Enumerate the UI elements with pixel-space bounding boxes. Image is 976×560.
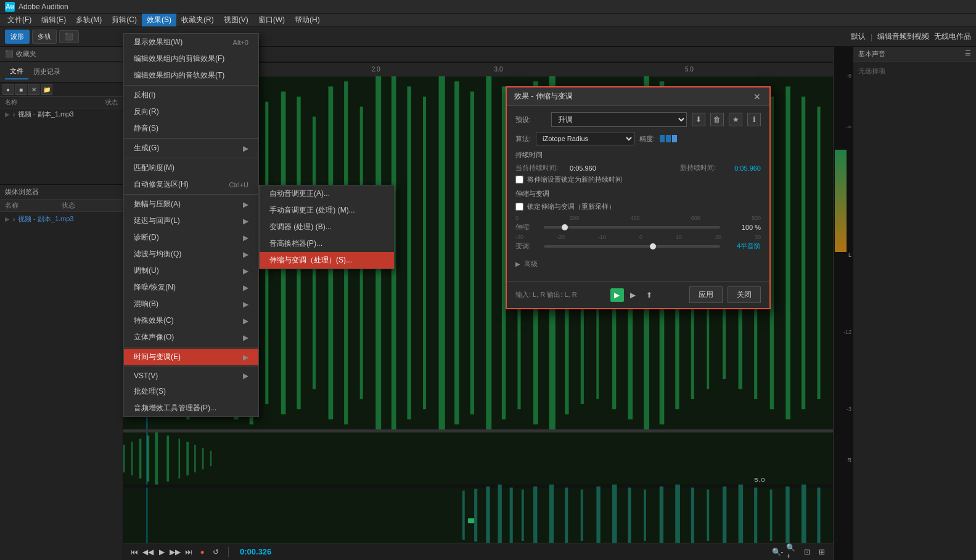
vu-scale-area: -6 -∞ -12 -3 L R	[834, 47, 853, 560]
submenu-manual-pitch[interactable]: 手动音调更正 (处理) (M)...	[260, 202, 394, 219]
menu-view[interactable]: 视图(V)	[219, 14, 253, 26]
dropdown-silence[interactable]: 静音(S)	[124, 120, 258, 137]
play-pause-btn[interactable]: ▶	[626, 288, 640, 302]
lock-stretch-checkbox[interactable]	[515, 203, 523, 211]
submenu-pitch-shifter[interactable]: 音高换档器(P)...	[260, 235, 394, 252]
stretch-slider-thumb[interactable]	[562, 224, 568, 230]
svg-rect-71	[510, 488, 513, 543]
zoom-sel-btn[interactable]: ⊞	[816, 546, 828, 558]
close-btn[interactable]: 关闭	[728, 286, 761, 303]
svg-rect-79	[628, 488, 631, 543]
waveform-bottom[interactable]: 5.0	[123, 432, 833, 543]
menu-file[interactable]: 文件(F)	[2, 14, 36, 26]
col-status: 状态	[105, 98, 118, 107]
folder-btn[interactable]: 📁	[41, 84, 52, 95]
dropdown-filter[interactable]: 滤波与均衡(Q) ▶	[124, 246, 258, 262]
app-icon: Au	[5, 2, 15, 12]
record-btn[interactable]: ●	[2, 84, 14, 95]
dropdown-vst[interactable]: VST(V) ▶	[124, 368, 258, 383]
algorithm-select[interactable]: iZotope Radius	[536, 132, 634, 145]
record-btn[interactable]: ●	[196, 546, 208, 558]
svg-rect-61	[194, 445, 196, 473]
svg-rect-74	[549, 485, 554, 543]
dropdown-edit-track-effects[interactable]: 编辑效果组内的音轨效果(T)	[124, 67, 258, 84]
svg-rect-62	[202, 448, 204, 469]
multitrack-view-btn[interactable]: 多轨	[32, 30, 57, 44]
duration-section: 持续时间 当前持续时间: 0:05.960 新持续时间: 0:05.960 将伸…	[515, 150, 761, 184]
lock-stretch-row: 锁定伸缩与变调（重新采样）	[515, 202, 761, 211]
preset-star-btn[interactable]: ★	[729, 113, 742, 126]
dropdown-batch[interactable]: 批处理(S)	[124, 383, 258, 400]
dropdown-noise[interactable]: 降噪/恢复(N) ▶	[124, 279, 258, 296]
dropdown-diagnostics[interactable]: 诊断(D) ▶	[124, 229, 258, 246]
dropdown-reverb[interactable]: 混响(B) ▶	[124, 296, 258, 312]
menu-effects[interactable]: 效果(S)	[142, 14, 176, 26]
third-view-btn[interactable]: ⬛	[59, 30, 79, 43]
submenu-pitch-bender[interactable]: 变调器 (处理) (B)...	[260, 219, 394, 235]
dropdown-special[interactable]: 特殊效果(C) ▶	[124, 312, 258, 329]
dropdown-plugin-mgr[interactable]: 音频增效工具管理器(P)...	[124, 400, 258, 416]
apply-btn[interactable]: 应用	[689, 286, 723, 303]
history-tab[interactable]: 历史记录	[28, 65, 65, 79]
transport-controls: ⏮ ◀◀ ▶ ▶▶ ⏭ ● ↺	[128, 546, 222, 558]
pitch-slider-thumb[interactable]	[650, 243, 656, 250]
dropdown-match-loudness[interactable]: 匹配响度(M)	[124, 160, 258, 176]
preset-delete-btn[interactable]: 🗑	[710, 113, 724, 126]
zoom-in-btn[interactable]: 🔍+	[786, 546, 798, 558]
delete-btn[interactable]: ✕	[28, 84, 39, 95]
waveform-view-btn[interactable]: 波形	[5, 30, 30, 44]
menu-multitrack[interactable]: 多轨(M)	[71, 14, 107, 26]
svg-rect-57	[155, 432, 158, 485]
dropdown-stereo[interactable]: 立体声像(O) ▶	[124, 329, 258, 346]
loop-btn[interactable]: ↺	[210, 546, 222, 558]
svg-rect-52	[123, 432, 833, 485]
play-btn[interactable]: ▶	[155, 546, 168, 558]
dropdown-show-effects[interactable]: 显示效果组(W) Alt+0	[124, 34, 258, 51]
dropdown-invert[interactable]: 反相(I)	[124, 87, 258, 103]
preset-info-btn[interactable]: ℹ	[747, 113, 761, 126]
menu-help[interactable]: 帮助(H)	[290, 14, 325, 26]
dropdown-generate[interactable]: 生成(G) ▶	[124, 140, 258, 156]
edit-video-label[interactable]: 编辑音频到视频	[877, 31, 929, 42]
wireless-label[interactable]: 无线电作品	[934, 31, 971, 42]
export-btn[interactable]: ⬆	[642, 288, 656, 302]
advanced-section[interactable]: ▶ 高级	[515, 256, 761, 272]
dropdown-modulation[interactable]: 调制(U) ▶	[124, 262, 258, 279]
dialog-title-bar: 效果 - 伸缩与变调 ✕	[507, 87, 769, 106]
stretch-slider-track[interactable]	[544, 226, 720, 229]
dropdown-delay[interactable]: 延迟与回声(L) ▶	[124, 213, 258, 229]
media-tab[interactable]: 媒体浏览器	[0, 185, 44, 199]
no-selection-label: 无选择项	[853, 62, 976, 81]
svg-rect-59	[179, 439, 181, 479]
stretch-section: 伸缩与变调 锁定伸缩与变调（重新采样） 0 200 400 600 800 伸缩…	[515, 189, 761, 251]
dropdown-time-pitch[interactable]: 时间与变调(E) ▶	[124, 349, 258, 365]
prev-btn[interactable]: ◀◀	[142, 546, 154, 558]
submenu-stretch-pitch[interactable]: 伸缩与变调（处理）(S)...	[260, 252, 394, 269]
zoom-out-btn[interactable]: 🔍-	[771, 546, 784, 558]
menu-window[interactable]: 窗口(W)	[253, 14, 290, 26]
zoom-fit-btn[interactable]: ⊡	[801, 546, 813, 558]
pitch-slider-track[interactable]	[544, 245, 720, 248]
dropdown-amplitude[interactable]: 振幅与压限(A) ▶	[124, 196, 258, 213]
svg-rect-75	[565, 488, 568, 543]
files-tab[interactable]: 文件	[5, 64, 28, 79]
stop-btn[interactable]: ■	[15, 84, 27, 95]
fwd-btn[interactable]: ▶▶	[169, 546, 181, 558]
menu-clip[interactable]: 剪辑(C)	[107, 14, 142, 26]
menu-edit[interactable]: 编辑(E)	[36, 14, 71, 26]
dropdown-reverse[interactable]: 反向(R)	[124, 103, 258, 120]
dialog-close-btn[interactable]: ✕	[752, 92, 762, 102]
play-preview-btn[interactable]: ▶	[610, 288, 624, 302]
files-tabs: 文件 历史记录	[0, 62, 123, 83]
preset-select[interactable]: 升调	[551, 112, 687, 127]
lock-duration-checkbox[interactable]	[515, 176, 523, 184]
dropdown-auto-heal[interactable]: 自动修复选区(H) Ctrl+U	[124, 176, 258, 193]
precision-bars	[660, 135, 677, 142]
rewind-btn[interactable]: ⏮	[128, 546, 141, 558]
preset-save-btn[interactable]: ⬇	[692, 113, 705, 126]
dropdown-edit-clip-effects[interactable]: 编辑效果组内的剪辑效果(F)	[124, 51, 258, 67]
favorites-header: ⬛ 收藏夹	[0, 47, 123, 62]
submenu-auto-pitch[interactable]: 自动音调更正(A)...	[260, 185, 394, 202]
end-btn[interactable]: ⏭	[182, 546, 195, 558]
menu-favorites[interactable]: 收藏夹(R)	[176, 14, 219, 26]
